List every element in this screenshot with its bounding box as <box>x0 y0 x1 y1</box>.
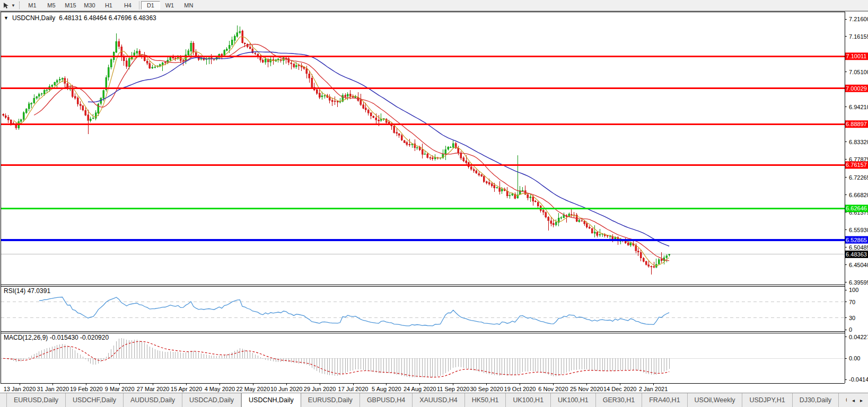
timeframe-button-m15[interactable]: M15 <box>61 1 80 10</box>
date-tick-label: 27 Mar 2020 <box>137 386 170 392</box>
symbol-tab-usdchf-daily[interactable]: USDCHF,Daily <box>66 393 124 407</box>
toolbar-grip <box>19 2 20 9</box>
symbol-tab-uk100-h1[interactable]: UK100,H1 <box>551 393 596 407</box>
rsi-line <box>39 297 669 326</box>
date-tick-label: 11 Sep 2020 <box>437 386 470 392</box>
price-tick-label: 6.83320 <box>849 139 868 145</box>
hline-price-badge-label: 6.62646 <box>846 205 867 211</box>
symbol-tab-gbpusd-h4[interactable]: GBPUSD,H4 <box>360 393 413 407</box>
rsi-axis-label: 70 <box>849 299 855 305</box>
dropdown-caret-icon[interactable]: ▼ <box>11 3 15 8</box>
toolbar-separator <box>139 1 139 10</box>
macd-axis-label: -0.04148 <box>849 376 868 383</box>
chart-ohlc-values: 6.48131 6.48464 6.47696 6.48363 <box>59 14 156 22</box>
timeframe-button-m30[interactable]: M30 <box>80 1 99 10</box>
macd-histogram <box>3 338 669 377</box>
date-tick-label: 30 Sep 2020 <box>470 386 503 392</box>
symbol-tab-usoil-weekly[interactable]: USOil,Weekly <box>688 393 743 407</box>
date-tick-label: 6 Nov 2020 <box>538 386 568 392</box>
timeframe-button-w1[interactable]: W1 <box>160 1 179 10</box>
symbol-tab-hk50-h1[interactable]: HK50,H1 <box>465 393 506 407</box>
symbol-tab-dj30-daily[interactable]: DJ30,Daily <box>793 393 839 407</box>
price-tick-label: 7.05100 <box>849 69 868 75</box>
date-tick-label: 25 Nov 2020 <box>570 386 603 392</box>
macd-pane <box>1 338 845 377</box>
date-tick-label: 4 May 2020 <box>205 386 235 392</box>
date-tick-label: 2 Jan 2021 <box>639 386 668 392</box>
price-pane <box>1 25 845 275</box>
price-tick-label: 6.39595 <box>849 279 868 286</box>
chart-title-caret-icon[interactable]: ▼ <box>4 15 8 21</box>
price-tick-label: 6.55930 <box>849 227 868 233</box>
symbol-tab-uk100-h1[interactable]: UK100,H1 <box>506 393 551 407</box>
macd-signal-line <box>3 341 669 377</box>
price-tick-label: 6.94210 <box>849 104 868 110</box>
ma-mid-line <box>34 44 669 261</box>
ma-fast-line <box>13 37 669 266</box>
timeframe-button-d1[interactable]: D1 <box>141 1 160 10</box>
trading-app-window: ▼ M1M5M15M30H1H4D1W1MN 7.216007.161557.0… <box>0 0 868 407</box>
date-tick-label: 19 Oct 2020 <box>504 386 536 392</box>
date-tick-label: 31 Jan 2020 <box>37 386 69 392</box>
symbol-tab-xauusd-h4[interactable]: XAUUSD,H4 <box>413 393 465 407</box>
timeframe-toolbar: ▼ M1M5M15M30H1H4D1W1MN <box>0 0 868 12</box>
timeframe-buttons: M1M5M15M30H1H4D1W1MN <box>23 1 198 10</box>
rsi-axis-label: 0 <box>849 326 852 333</box>
timeframe-button-m1[interactable]: M1 <box>23 1 42 10</box>
price-tick-label: 6.50485 <box>849 244 868 251</box>
hline-price-badge-label: 6.76157 <box>846 162 867 168</box>
symbol-tab-eurusd-daily[interactable]: EURUSD,Daily <box>301 393 360 407</box>
price-tick-label: 6.45040 <box>849 262 868 268</box>
hline-price-badge-label: 6.88897 <box>846 121 867 127</box>
candles-layer <box>3 25 670 275</box>
price-tick-label: 7.16155 <box>849 33 868 40</box>
rsi-axis-label: 30 <box>849 315 855 321</box>
timeframe-button-h4[interactable]: H4 <box>118 1 137 10</box>
price-tick-label: 6.66820 <box>849 192 868 198</box>
symbol-tab-eurusd-daily[interactable]: EURUSD,Daily <box>6 393 66 407</box>
tab-scroll-right-icon[interactable]: ▸ <box>860 397 863 403</box>
date-tick-label: 14 Dec 2020 <box>603 386 636 392</box>
date-tick-label: 29 Jun 2020 <box>304 386 336 392</box>
timeframe-button-h1[interactable]: H1 <box>99 1 118 10</box>
price-tick-label: 6.72265 <box>849 174 868 181</box>
macd-axis-label: 0.00 <box>849 355 860 361</box>
macd-indicator-label: MACD(12,26,9) -0.015430 -0.020920 <box>4 334 109 341</box>
date-tick-label: 22 May 2020 <box>236 386 270 392</box>
chart-canvas[interactable]: 7.216007.161557.051006.942106.833206.778… <box>0 12 868 393</box>
date-tick-label: 5 Aug 2020 <box>372 386 401 392</box>
tab-scroll-left-icon[interactable]: ◂ <box>852 397 855 403</box>
symbol-tab-audusd-daily[interactable]: AUDUSD,Daily <box>124 393 182 407</box>
symbol-tab-bar: EURUSD,DailyUSDCHF,DailyAUDUSD,DailyUSDC… <box>0 393 868 407</box>
symbol-tab-usdcad-daily[interactable]: USDCAD,Daily <box>182 393 241 407</box>
date-tick-label: 9 Mar 2020 <box>105 386 135 392</box>
cursor-tool-icon[interactable] <box>1 1 11 10</box>
symbol-tab-ger30-h1[interactable]: GER30,H1 <box>596 393 642 407</box>
date-tick-label: 17 Jul 2020 <box>338 386 369 392</box>
timeframe-button-m5[interactable]: M5 <box>42 1 61 10</box>
symbol-tab-usdcnh-daily[interactable]: USDCNH,Daily <box>241 393 301 407</box>
rsi-indicator-label: RSI(14) 47.0391 <box>4 287 50 295</box>
hline-price-badge-label: 7.10011 <box>846 53 867 59</box>
tab-scroll-buttons: ◂ ▸ <box>847 393 868 407</box>
hline-price-badge-label: 6.52865 <box>846 237 867 243</box>
chart-symbol-label: USDCNH,Daily <box>12 14 55 22</box>
date-tick-label: 15 Apr 2020 <box>171 386 202 392</box>
pane-borders <box>1 12 845 384</box>
current-price-badge-label: 6.48363 <box>846 251 867 258</box>
rsi-pane <box>1 297 845 326</box>
timeframe-button-mn[interactable]: MN <box>179 1 198 10</box>
date-tick-label: 13 Jan 2020 <box>4 386 36 392</box>
price-axis: 7.216007.161557.051006.942106.833206.778… <box>4 16 868 392</box>
price-tick-label: 7.21600 <box>849 16 868 22</box>
date-tick-label: 19 Feb 2020 <box>70 386 103 392</box>
date-tick-label: 24 Aug 2020 <box>404 386 436 392</box>
ma-slow-line <box>88 52 669 246</box>
rsi-axis-label: 100 <box>849 287 858 293</box>
hline-price-badge-label: 7.00029 <box>846 85 867 92</box>
symbol-tab-usdjpy-h1[interactable]: USDJPY,H1 <box>742 393 792 407</box>
symbol-tab-fra40-h1[interactable]: FRA40,H1 <box>642 393 687 407</box>
macd-axis-label: 0.042275 <box>849 334 868 340</box>
chart-title: ▼ USDCNH,Daily 6.48131 6.48464 6.47696 6… <box>4 14 156 22</box>
date-tick-label: 10 Jun 2020 <box>270 386 303 392</box>
